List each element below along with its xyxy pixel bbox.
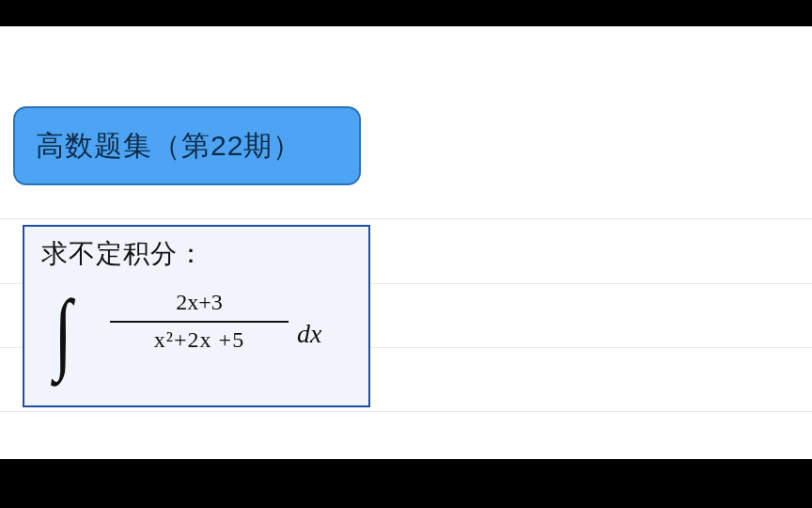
numerator: 2x+3 <box>105 291 293 319</box>
letterbox-top <box>0 0 812 26</box>
problem-inner: 求不定积分： ∫ 2x+3 x²+2x +5 dx <box>24 227 368 405</box>
dx-label: dx <box>297 319 321 349</box>
integral-formula: ∫ 2x+3 x²+2x +5 dx <box>51 281 351 394</box>
stage: 高数题集（第22期） 求不定积分： ∫ 2x+3 x²+2x +5 dx <box>0 0 812 508</box>
title-box: 高数题集（第22期） <box>13 106 361 185</box>
problem-prompt: 求不定积分： <box>41 236 205 272</box>
fraction: 2x+3 x²+2x +5 <box>105 291 293 351</box>
letterbox-bottom <box>0 459 812 508</box>
title-label: 高数题集（第22期） <box>36 127 302 166</box>
fraction-bar <box>110 321 289 323</box>
problem-box: 求不定积分： ∫ 2x+3 x²+2x +5 dx <box>23 225 370 407</box>
integral-sign: ∫ <box>55 287 72 377</box>
denominator: x²+2x +5 <box>105 328 293 351</box>
